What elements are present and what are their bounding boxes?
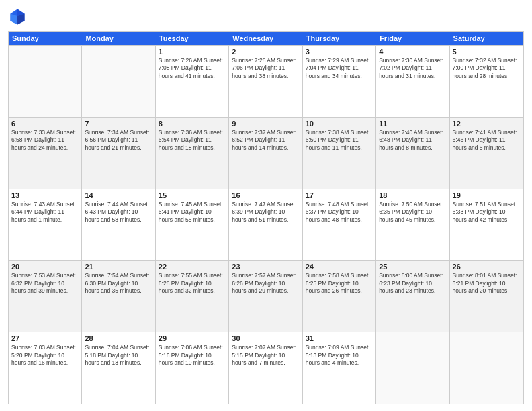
calendar-day-header: Sunday [9, 32, 82, 45]
day-info: Sunrise: 7:29 AM Sunset: 7:04 PM Dayligh… [306, 57, 373, 80]
calendar-cell: 1Sunrise: 7:26 AM Sunset: 7:08 PM Daylig… [156, 46, 229, 117]
day-number: 26 [453, 263, 521, 271]
calendar: SundayMondayTuesdayWednesdayThursdayFrid… [8, 31, 524, 404]
day-info: Sunrise: 7:48 AM Sunset: 6:37 PM Dayligh… [306, 201, 373, 224]
day-info: Sunrise: 8:00 AM Sunset: 6:23 PM Dayligh… [379, 272, 446, 295]
calendar-cell: 16Sunrise: 7:47 AM Sunset: 6:39 PM Dayli… [229, 189, 302, 261]
day-number: 3 [306, 48, 373, 56]
calendar-row: 1Sunrise: 7:26 AM Sunset: 7:08 PM Daylig… [9, 45, 523, 117]
day-number: 27 [11, 334, 79, 342]
day-number: 24 [306, 263, 373, 271]
day-number: 28 [85, 334, 152, 342]
calendar-cell: 9Sunrise: 7:37 AM Sunset: 6:52 PM Daylig… [229, 118, 302, 189]
day-number: 9 [232, 120, 299, 128]
day-info: Sunrise: 8:01 AM Sunset: 6:21 PM Dayligh… [453, 272, 521, 295]
day-info: Sunrise: 7:41 AM Sunset: 6:46 PM Dayligh… [453, 129, 521, 152]
day-number: 4 [379, 48, 446, 56]
calendar-cell: 28Sunrise: 7:04 AM Sunset: 5:18 PM Dayli… [82, 332, 155, 404]
day-number: 22 [159, 263, 226, 271]
day-info: Sunrise: 7:57 AM Sunset: 6:26 PM Dayligh… [232, 272, 299, 295]
calendar-day-header: Saturday [450, 32, 523, 45]
day-number: 25 [379, 263, 446, 271]
day-number: 6 [11, 120, 79, 128]
calendar-day-header: Monday [82, 32, 155, 45]
day-number: 18 [379, 191, 446, 199]
calendar-cell: 11Sunrise: 7:40 AM Sunset: 6:48 PM Dayli… [376, 118, 449, 189]
day-info: Sunrise: 7:38 AM Sunset: 6:50 PM Dayligh… [306, 129, 373, 152]
calendar-cell: 27Sunrise: 7:03 AM Sunset: 5:20 PM Dayli… [9, 332, 82, 404]
day-number: 15 [159, 191, 226, 199]
calendar-cell: 15Sunrise: 7:45 AM Sunset: 6:41 PM Dayli… [156, 189, 229, 261]
day-info: Sunrise: 7:50 AM Sunset: 6:35 PM Dayligh… [379, 201, 446, 224]
day-info: Sunrise: 7:47 AM Sunset: 6:39 PM Dayligh… [232, 201, 299, 224]
calendar-day-header: Thursday [303, 32, 376, 45]
calendar-cell: 24Sunrise: 7:58 AM Sunset: 6:25 PM Dayli… [303, 261, 376, 332]
day-info: Sunrise: 7:54 AM Sunset: 6:30 PM Dayligh… [85, 272, 152, 295]
calendar-cell: 14Sunrise: 7:44 AM Sunset: 6:43 PM Dayli… [82, 189, 155, 261]
calendar-cell [450, 332, 523, 404]
day-info: Sunrise: 7:45 AM Sunset: 6:41 PM Dayligh… [159, 201, 226, 224]
day-info: Sunrise: 7:32 AM Sunset: 7:00 PM Dayligh… [453, 57, 521, 80]
logo [8, 7, 30, 26]
day-info: Sunrise: 7:51 AM Sunset: 6:33 PM Dayligh… [453, 201, 521, 224]
calendar-cell: 19Sunrise: 7:51 AM Sunset: 6:33 PM Dayli… [450, 189, 523, 261]
calendar-cell: 6Sunrise: 7:33 AM Sunset: 6:58 PM Daylig… [9, 118, 82, 189]
day-number: 1 [159, 48, 226, 56]
day-number: 7 [85, 120, 152, 128]
calendar-day-header: Wednesday [229, 32, 302, 45]
calendar-row: 13Sunrise: 7:43 AM Sunset: 6:44 PM Dayli… [9, 189, 523, 261]
calendar-row: 20Sunrise: 7:53 AM Sunset: 6:32 PM Dayli… [9, 260, 523, 332]
day-info: Sunrise: 7:04 AM Sunset: 5:18 PM Dayligh… [85, 344, 152, 367]
day-info: Sunrise: 7:09 AM Sunset: 5:13 PM Dayligh… [306, 344, 373, 367]
calendar-cell: 25Sunrise: 8:00 AM Sunset: 6:23 PM Dayli… [376, 261, 449, 332]
day-number: 17 [306, 191, 373, 199]
calendar-cell [82, 46, 155, 117]
calendar-day-header: Friday [376, 32, 449, 45]
calendar-cell: 8Sunrise: 7:36 AM Sunset: 6:54 PM Daylig… [156, 118, 229, 189]
day-info: Sunrise: 7:58 AM Sunset: 6:25 PM Dayligh… [306, 272, 373, 295]
day-number: 16 [232, 191, 299, 199]
day-info: Sunrise: 7:33 AM Sunset: 6:58 PM Dayligh… [11, 129, 79, 152]
day-info: Sunrise: 7:36 AM Sunset: 6:54 PM Dayligh… [159, 129, 226, 152]
page: SundayMondayTuesdayWednesdayThursdayFrid… [0, 0, 532, 411]
day-info: Sunrise: 7:55 AM Sunset: 6:28 PM Dayligh… [159, 272, 226, 295]
day-number: 30 [232, 334, 299, 342]
day-number: 23 [232, 263, 299, 271]
calendar-cell [9, 46, 82, 117]
calendar-cell: 2Sunrise: 7:28 AM Sunset: 7:06 PM Daylig… [229, 46, 302, 117]
day-number: 5 [453, 48, 521, 56]
day-info: Sunrise: 7:03 AM Sunset: 5:20 PM Dayligh… [11, 344, 79, 367]
calendar-cell [376, 332, 449, 404]
day-info: Sunrise: 7:53 AM Sunset: 6:32 PM Dayligh… [11, 272, 79, 295]
day-info: Sunrise: 7:34 AM Sunset: 6:56 PM Dayligh… [85, 129, 152, 152]
calendar-cell: 7Sunrise: 7:34 AM Sunset: 6:56 PM Daylig… [82, 118, 155, 189]
calendar-cell: 21Sunrise: 7:54 AM Sunset: 6:30 PM Dayli… [82, 261, 155, 332]
calendar-row: 6Sunrise: 7:33 AM Sunset: 6:58 PM Daylig… [9, 117, 523, 189]
day-info: Sunrise: 7:43 AM Sunset: 6:44 PM Dayligh… [11, 201, 79, 224]
day-number: 31 [306, 334, 373, 342]
calendar-cell: 20Sunrise: 7:53 AM Sunset: 6:32 PM Dayli… [9, 261, 82, 332]
logo-icon [8, 7, 27, 26]
day-number: 19 [453, 191, 521, 199]
calendar-cell: 30Sunrise: 7:07 AM Sunset: 5:15 PM Dayli… [229, 332, 302, 404]
day-number: 21 [85, 263, 152, 271]
day-info: Sunrise: 7:06 AM Sunset: 5:16 PM Dayligh… [159, 344, 226, 367]
day-info: Sunrise: 7:28 AM Sunset: 7:06 PM Dayligh… [232, 57, 299, 80]
day-number: 8 [159, 120, 226, 128]
day-info: Sunrise: 7:26 AM Sunset: 7:08 PM Dayligh… [159, 57, 226, 80]
calendar-cell: 26Sunrise: 8:01 AM Sunset: 6:21 PM Dayli… [450, 261, 523, 332]
day-number: 20 [11, 263, 79, 271]
day-info: Sunrise: 7:37 AM Sunset: 6:52 PM Dayligh… [232, 129, 299, 152]
day-number: 13 [11, 191, 79, 199]
day-info: Sunrise: 7:07 AM Sunset: 5:15 PM Dayligh… [232, 344, 299, 367]
day-info: Sunrise: 7:40 AM Sunset: 6:48 PM Dayligh… [379, 129, 446, 152]
calendar-header: SundayMondayTuesdayWednesdayThursdayFrid… [9, 32, 523, 45]
day-number: 14 [85, 191, 152, 199]
calendar-cell: 10Sunrise: 7:38 AM Sunset: 6:50 PM Dayli… [303, 118, 376, 189]
header [8, 7, 524, 26]
calendar-cell: 18Sunrise: 7:50 AM Sunset: 6:35 PM Dayli… [376, 189, 449, 261]
calendar-body: 1Sunrise: 7:26 AM Sunset: 7:08 PM Daylig… [9, 45, 523, 404]
calendar-day-header: Tuesday [156, 32, 229, 45]
calendar-cell: 12Sunrise: 7:41 AM Sunset: 6:46 PM Dayli… [450, 118, 523, 189]
day-number: 2 [232, 48, 299, 56]
